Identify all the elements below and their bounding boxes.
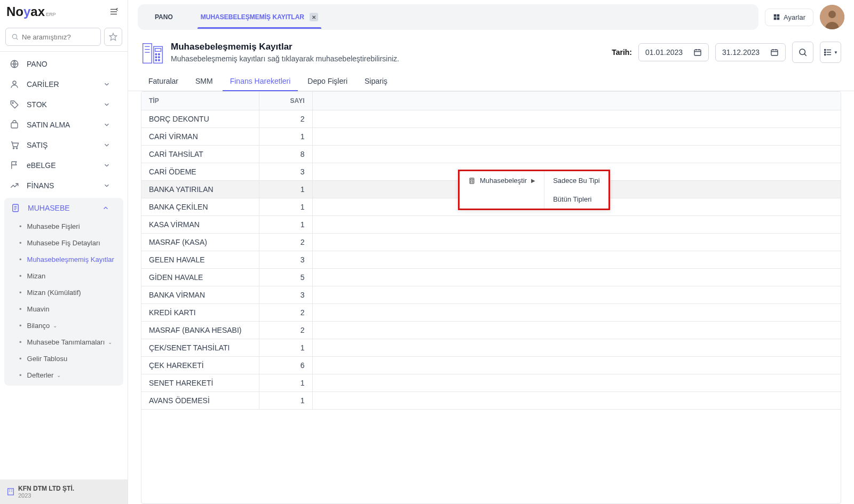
cell-sayi: 2: [259, 110, 312, 128]
table-row[interactable]: CARİ VİRMAN1: [141, 128, 841, 146]
ctx-muhasebelestir[interactable]: Muhasebeleştir ▶: [460, 171, 544, 190]
nav-satinalma[interactable]: SATIN ALMA: [3, 115, 124, 135]
favorites-button[interactable]: [104, 28, 122, 46]
tabs-shell: PANO MUHASEBELEŞMEMİŞ KAYITLAR ✕: [138, 4, 758, 30]
logo-erp: ERP: [46, 12, 56, 17]
cell-sayi: 3: [259, 251, 312, 269]
svg-line-48: [804, 54, 806, 56]
table-row[interactable]: SENET HAREKETİ1: [141, 374, 841, 392]
tab-close-button[interactable]: ✕: [310, 13, 318, 21]
sub-mizan[interactable]: Mizan: [4, 268, 123, 284]
cell-tip: MASRAF (KASA): [141, 234, 259, 251]
sub-defterler[interactable]: Defterler⌄: [4, 367, 123, 383]
topbar: PANO MUHASEBELEŞMEMİŞ KAYITLAR ✕ Ayarlar: [128, 0, 854, 34]
search-input[interactable]: [22, 33, 95, 41]
sub-tanimlamalar[interactable]: Muhasebe Tanımlamaları⌄: [4, 334, 123, 350]
sub-tabs: Faturalar SMM Finans Hareketleri Depo Fi…: [128, 68, 854, 91]
calendar-icon: [693, 48, 702, 57]
nav-cariler[interactable]: CARİLER: [3, 74, 124, 94]
svg-point-58: [472, 181, 473, 181]
nav-muhasebe[interactable]: MUHASEBE: [4, 198, 123, 218]
cell-empty: [312, 339, 841, 357]
cell-sayi: 1: [259, 339, 312, 357]
nav-finans[interactable]: FİNANS: [3, 175, 124, 196]
col-sayi[interactable]: SAYI: [259, 92, 312, 110]
table-row[interactable]: MASRAF (BANKA HESABI)2: [141, 322, 841, 339]
sub-muhasebe-kayitlar[interactable]: Muhasebeleşmemiş Kayıtlar: [4, 251, 123, 268]
cell-tip: KASA VİRMAN: [141, 216, 259, 234]
company-year: 2023: [18, 492, 74, 499]
svg-point-57: [471, 181, 471, 181]
list-options-button[interactable]: ▼: [820, 42, 841, 63]
settings-button[interactable]: Ayarlar: [765, 9, 813, 26]
trend-icon: [10, 181, 19, 190]
subtab-depo[interactable]: Depo Fişleri: [300, 71, 355, 91]
cell-tip: CARİ ÖDEME: [141, 163, 259, 181]
sub-muhasebe-fisleri[interactable]: Muhasebe Fişleri: [4, 218, 123, 235]
nav-satis[interactable]: SATIŞ: [3, 135, 124, 155]
user-avatar[interactable]: [820, 5, 844, 29]
nav-ebelge[interactable]: eBELGE: [3, 155, 124, 175]
table-row[interactable]: BORÇ DEKONTU2: [141, 110, 841, 128]
cell-sayi: 2: [259, 304, 312, 322]
cell-sayi: 1: [259, 216, 312, 234]
submenu-arrow-icon: ▶: [531, 178, 535, 183]
subtab-siparis[interactable]: Sipariş: [357, 71, 395, 91]
table-row[interactable]: GELEN HAVALE3: [141, 251, 841, 269]
grid-icon: [773, 13, 780, 21]
svg-point-3: [12, 34, 17, 38]
subtab-smm[interactable]: SMM: [188, 71, 220, 91]
table-row[interactable]: KASA VİRMAN1: [141, 216, 841, 234]
nav-stok[interactable]: STOK: [3, 94, 124, 115]
date-to-input[interactable]: 31.12.2023: [715, 43, 786, 61]
table-row[interactable]: CARİ TAHSİLAT8: [141, 146, 841, 163]
svg-point-47: [800, 49, 805, 55]
cell-sayi: 6: [259, 357, 312, 374]
svg-rect-16: [8, 489, 14, 495]
sub-muavin[interactable]: Muavin: [4, 301, 123, 317]
tab-kayitlar[interactable]: MUHASEBELEŞMEMİŞ KAYITLAR ✕: [187, 5, 332, 29]
search-button[interactable]: [792, 42, 813, 63]
company-info: KFN DTM LTD ŞTİ. 2023: [18, 485, 74, 499]
search-box[interactable]: [5, 28, 101, 46]
nav-pano[interactable]: PANO: [3, 54, 124, 74]
tab-pano[interactable]: PANO: [141, 6, 187, 28]
nav-pano-label: PANO: [27, 60, 48, 68]
table-row[interactable]: AVANS ÖDEMESİ1: [141, 392, 841, 410]
table-row[interactable]: BANKA VİRMAN3: [141, 286, 841, 304]
svg-point-60: [472, 182, 473, 182]
nav-ebelge-label: eBELGE: [27, 161, 56, 170]
svg-point-51: [825, 52, 826, 53]
cell-tip: ÇEK/SENET TAHSİLATI: [141, 339, 259, 357]
logo-part1: No: [6, 4, 23, 19]
table-row[interactable]: KREDİ KARTI2: [141, 304, 841, 322]
sub-gelir[interactable]: Gelir Tablosu: [4, 350, 123, 367]
globe-icon: [10, 59, 19, 69]
table-row[interactable]: GİDEN HAVALE5: [141, 269, 841, 286]
sub-muhasebe-fisdetay[interactable]: Muhasebe Fiş Detayları: [4, 235, 123, 251]
cell-tip: GİDEN HAVALE: [141, 269, 259, 286]
subtab-finans[interactable]: Finans Hareketleri: [223, 71, 298, 91]
ctx-butun-tipleri[interactable]: Bütün Tipleri: [544, 190, 608, 209]
cell-tip: ÇEK HAREKETİ: [141, 357, 259, 374]
sidebar-toggle-button[interactable]: [106, 4, 121, 19]
sub-bilanco[interactable]: Bilanço⌄: [4, 317, 123, 334]
table-row[interactable]: ÇEK HAREKETİ6: [141, 357, 841, 374]
svg-rect-21: [774, 14, 777, 17]
cell-sayi: 3: [259, 163, 312, 181]
subtab-faturalar[interactable]: Faturalar: [141, 71, 186, 91]
cell-sayi: 3: [259, 286, 312, 304]
table-row[interactable]: ÇEK/SENET TAHSİLATI1: [141, 339, 841, 357]
date-from-input[interactable]: 01.01.2023: [638, 43, 709, 61]
col-tip[interactable]: TİP: [141, 92, 259, 110]
table-row[interactable]: MASRAF (KASA)2: [141, 234, 841, 251]
cell-sayi: 1: [259, 198, 312, 216]
svg-rect-24: [777, 18, 780, 20]
ctx-sadece-bu-tipi[interactable]: Sadece Bu Tipi: [544, 171, 608, 190]
nav-stok-label: STOK: [27, 100, 47, 109]
sub-mizan-kum[interactable]: Mizan (Kümülatif): [4, 284, 123, 301]
cell-tip: BORÇ DEKONTU: [141, 110, 259, 128]
avatar-placeholder: [820, 5, 844, 29]
cell-empty: [312, 216, 841, 234]
company-bar[interactable]: KFN DTM LTD ŞTİ. 2023: [0, 479, 128, 504]
